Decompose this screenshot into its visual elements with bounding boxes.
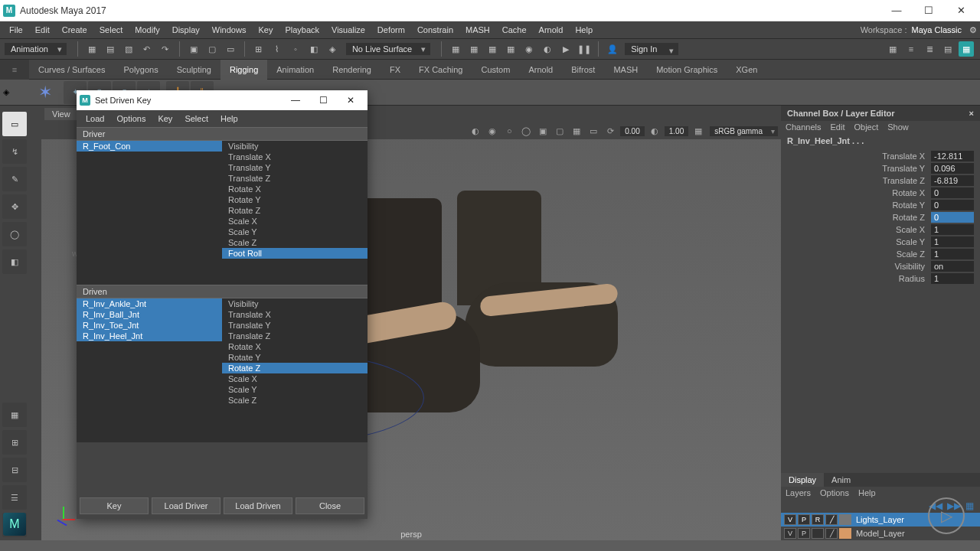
shelf-fxcaching[interactable]: FX Caching: [410, 60, 472, 80]
scale-tool[interactable]: ◧: [2, 249, 27, 274]
channel-attr-row[interactable]: Rotate X0: [781, 187, 980, 199]
list-item[interactable]: Scale X: [222, 216, 368, 227]
layer-shading-toggle[interactable]: ╱: [825, 528, 838, 539]
shelf-animation[interactable]: Animation: [267, 60, 323, 80]
sdk-key-button[interactable]: Key: [80, 497, 149, 514]
panel-toggle-2-icon[interactable]: ≡: [903, 41, 919, 57]
move-tool[interactable]: ✥: [2, 194, 27, 219]
layer-name[interactable]: Lights_Layer: [853, 515, 904, 524]
menu-constrain[interactable]: Constrain: [411, 21, 459, 38]
channel-object-name[interactable]: R_Inv_Heel_Jnt . . .: [781, 135, 980, 150]
list-item[interactable]: Translate X: [222, 309, 368, 320]
channel-attr-value[interactable]: 1: [931, 224, 974, 235]
layer-p-toggle[interactable]: P: [798, 514, 810, 525]
cb-tab-channels[interactable]: Channels: [786, 122, 821, 132]
vp-light-icon[interactable]: ◉: [485, 124, 500, 138]
list-item[interactable]: Translate Y: [222, 320, 368, 331]
view-tab[interactable]: View: [44, 108, 78, 120]
list-item[interactable]: Translate Z: [222, 173, 368, 184]
list-item[interactable]: Rotate Y: [222, 194, 368, 205]
sdk-close-button[interactable]: Close: [296, 497, 364, 514]
list-item[interactable]: Foot Roll: [222, 248, 368, 259]
layer-tab-display[interactable]: Display: [781, 473, 824, 487]
window-close-button[interactable]: ✕: [945, 0, 977, 21]
list-item[interactable]: R_Inv_Ball_Jnt: [77, 309, 222, 320]
layer-name[interactable]: Model_Layer: [853, 529, 905, 538]
paint-select-icon[interactable]: ▭: [223, 41, 238, 57]
menu-modify[interactable]: Modify: [129, 21, 165, 38]
shelf-sculpting[interactable]: Sculpting: [168, 60, 220, 80]
list-item[interactable]: Scale Y: [222, 227, 368, 237]
list-item[interactable]: Scale Z: [222, 395, 368, 406]
cb-tab-edit[interactable]: Edit: [830, 122, 844, 132]
list-item[interactable]: Rotate Z: [222, 363, 368, 373]
undo-icon[interactable]: ↶: [139, 41, 155, 57]
vp-cm-icon[interactable]: ▦: [691, 124, 706, 138]
render-view-icon[interactable]: ▦: [503, 41, 518, 57]
menu-edit[interactable]: Edit: [29, 21, 56, 38]
list-item[interactable]: Translate X: [222, 152, 368, 162]
snap-grid-icon[interactable]: ⊞: [251, 41, 266, 57]
channel-attr-value[interactable]: -12.811: [931, 151, 974, 161]
menu-file[interactable]: File: [3, 21, 29, 38]
channel-attr-row[interactable]: Rotate Z0: [781, 211, 980, 223]
panel-close-icon[interactable]: ×: [969, 109, 974, 118]
snap-point-icon[interactable]: ◦: [288, 41, 303, 57]
channel-attr-row[interactable]: Scale Z1: [781, 248, 980, 260]
list-item[interactable]: Scale Y: [222, 384, 368, 395]
layer-v-toggle[interactable]: V: [784, 514, 796, 525]
channel-attr-row[interactable]: Translate Y0.096: [781, 162, 980, 174]
sdk-load-driven-button[interactable]: Load Driven: [224, 497, 292, 514]
sdk-load-driver-button[interactable]: Load Driver: [152, 497, 220, 514]
render-settings-icon[interactable]: ▦: [485, 41, 500, 57]
menu-select[interactable]: Select: [93, 21, 129, 38]
window-maximize-button[interactable]: ☐: [913, 0, 945, 21]
panel-toggle-1-icon[interactable]: ▦: [885, 41, 900, 57]
layer-menu-layers[interactable]: Layers: [786, 488, 811, 497]
shelf-curves[interactable]: Curves / Surfaces: [29, 60, 114, 80]
cb-tab-object[interactable]: Object: [854, 122, 878, 132]
sdk-minimize-button[interactable]: —: [282, 90, 309, 110]
channel-attr-value[interactable]: 1: [931, 249, 974, 259]
light-icon[interactable]: ◐: [540, 41, 555, 57]
vp-isolate-icon[interactable]: ▣: [535, 124, 550, 138]
menu-help[interactable]: Help: [569, 21, 599, 38]
channel-attr-value[interactable]: on: [931, 261, 974, 272]
channel-attr-row[interactable]: Scale Y1: [781, 236, 980, 248]
vp-exposure-field[interactable]: 0.00: [620, 126, 644, 136]
vp-shading-icon[interactable]: ◐: [468, 124, 483, 138]
playblast-icon[interactable]: ▶: [558, 41, 573, 57]
shelf-mash[interactable]: MASH: [604, 60, 647, 80]
channel-attr-row[interactable]: Translate X-12.811: [781, 150, 980, 162]
vp-xray-icon[interactable]: ▢: [552, 124, 567, 138]
channel-attr-value[interactable]: 0: [931, 200, 974, 210]
menu-visualize[interactable]: Visualize: [325, 21, 371, 38]
redo-icon[interactable]: ↷: [158, 41, 173, 57]
channel-attr-row[interactable]: Scale X1: [781, 223, 980, 236]
list-item[interactable]: Scale X: [222, 373, 368, 384]
sdk-menu-key[interactable]: Key: [152, 114, 178, 123]
layer-r-toggle[interactable]: [812, 528, 824, 539]
channel-attr-row[interactable]: Radius1: [781, 272, 980, 285]
menu-key[interactable]: Key: [252, 21, 279, 38]
channel-attr-value[interactable]: 1: [931, 236, 974, 247]
layer-menu-options[interactable]: Options: [820, 488, 849, 497]
shelf-motiongraphics[interactable]: Motion Graphics: [647, 60, 727, 80]
sdk-menu-options[interactable]: Options: [110, 114, 152, 123]
sdk-menu-help[interactable]: Help: [214, 114, 244, 123]
vp-refresh-icon[interactable]: ⟳: [603, 124, 618, 138]
menu-windows[interactable]: Windows: [206, 21, 253, 38]
shelf-fx[interactable]: FX: [381, 60, 410, 80]
sdk-driven-attr-list[interactable]: VisibilityTranslate XTranslate YTranslat…: [222, 298, 368, 442]
vp-gamma-field[interactable]: 1.00: [665, 126, 688, 136]
shelf-polygons[interactable]: Polygons: [114, 60, 167, 80]
select-tool[interactable]: ▭: [2, 112, 27, 136]
list-item[interactable]: Visibility: [222, 141, 368, 152]
select-mode-icon[interactable]: ▣: [186, 41, 201, 57]
list-item[interactable]: Scale Z: [222, 237, 368, 248]
layer-p-toggle[interactable]: P: [798, 528, 810, 539]
snap-curve-icon[interactable]: ⌇: [270, 41, 285, 57]
menu-deform[interactable]: Deform: [371, 21, 411, 38]
panel-toggle-4-icon[interactable]: ▤: [940, 41, 956, 57]
list-item[interactable]: R_Inv_Ankle_Jnt: [77, 298, 222, 309]
